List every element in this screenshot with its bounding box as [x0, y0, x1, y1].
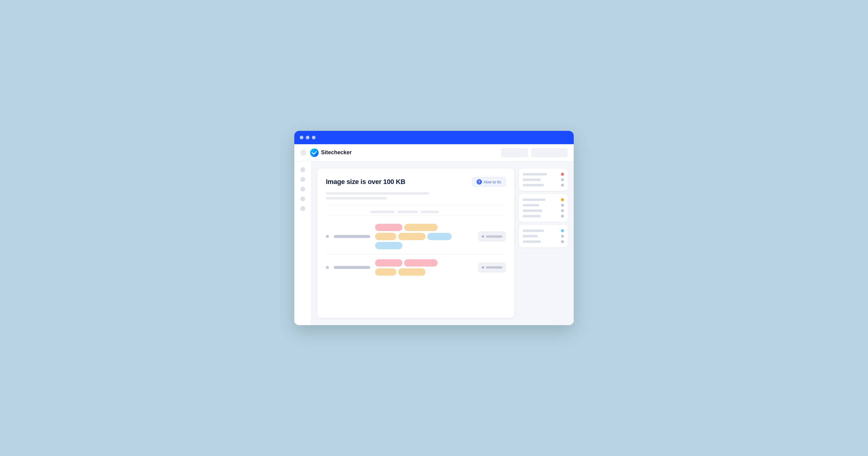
right-dot-gray-1: [561, 178, 564, 181]
right-dot-blue: [561, 229, 564, 232]
sidebar-dot-4: [300, 196, 305, 201]
sidebar-dot-5: [300, 206, 305, 211]
action-btn-dot-2: [482, 266, 484, 269]
traffic-light-2: [306, 136, 309, 139]
panel-title: Image size is over 100 KB: [326, 178, 405, 186]
browser-titlebar: [294, 131, 574, 144]
tag-pink-3: [404, 259, 438, 266]
right-row-3-2: [523, 235, 564, 238]
right-dot-orange: [561, 198, 564, 201]
tag-blue-1: [427, 233, 452, 240]
action-btn-line-1: [486, 235, 502, 238]
row-label-2: [334, 266, 370, 269]
tag-pink-2: [375, 259, 402, 266]
sidebar-dot-2: [300, 177, 305, 182]
right-section-2: [519, 194, 568, 222]
tag-orange-4: [375, 268, 396, 276]
tag-orange-3: [398, 233, 426, 240]
right-row-3-1: [523, 229, 564, 232]
table-row-2: [326, 254, 506, 281]
tags-group-1: [375, 224, 473, 249]
right-line-1-2: [523, 178, 541, 181]
right-line-2-2: [523, 204, 539, 206]
tags-group-2: [375, 259, 473, 276]
traffic-light-3: [312, 136, 315, 139]
right-row-1-1: [523, 173, 564, 176]
row-action-btn-1[interactable]: [478, 232, 506, 241]
right-dot-gray-7: [561, 240, 564, 243]
divider-1: [326, 205, 506, 205]
right-dot-gray-6: [561, 235, 564, 238]
right-row-3-3: [523, 240, 564, 243]
nav-circle: [300, 150, 306, 156]
browser-window: Sitechecker Image size is over 100 KB: [294, 131, 574, 325]
tag-orange-5: [398, 268, 426, 276]
toolbar-buttons: [501, 148, 568, 157]
right-row-2-3: [523, 209, 564, 212]
right-dot-gray-2: [561, 184, 564, 187]
row-action-btn-2[interactable]: [478, 263, 506, 272]
tag-orange-2: [375, 233, 396, 240]
sitechecker-logo-icon: [310, 149, 318, 157]
right-dot-gray-5: [561, 215, 564, 218]
right-section-3: [519, 225, 568, 248]
right-line-2-3: [523, 209, 542, 212]
right-line-3-2: [523, 235, 538, 237]
row-dot-2: [326, 266, 329, 269]
right-line-1-3: [523, 184, 544, 186]
right-line-1-1: [523, 173, 547, 175]
right-row-1-2: [523, 178, 564, 181]
how-to-fix-label: How to fix: [484, 180, 501, 184]
main-content: Image size is over 100 KB ? How to fix: [311, 161, 574, 325]
logo-text: Sitechecker: [321, 150, 352, 156]
right-row-1-3: [523, 184, 564, 187]
right-dot-red: [561, 173, 564, 176]
desc-line-1: [326, 192, 429, 195]
tag-orange-1: [404, 224, 438, 231]
right-line-3-3: [523, 240, 541, 243]
right-row-2-2: [523, 204, 564, 207]
action-btn-line-2: [486, 266, 502, 269]
help-icon: ?: [476, 179, 482, 185]
sidebar-dot-3: [300, 187, 305, 192]
content-panel: Image size is over 100 KB ? How to fix: [317, 168, 514, 318]
right-section-1: [519, 168, 568, 191]
panel-header: Image size is over 100 KB ? How to fix: [326, 177, 506, 187]
desc-line-2: [326, 197, 386, 199]
toolbar-button-2[interactable]: [531, 148, 568, 157]
action-btn-dot-1: [482, 235, 484, 238]
right-line-2-4: [523, 215, 541, 217]
row-label-1: [334, 235, 370, 238]
svg-point-0: [310, 149, 318, 157]
traffic-light-1: [300, 136, 303, 139]
table-row-1: [326, 219, 506, 254]
right-dot-gray-4: [561, 209, 564, 212]
tag-blue-2: [375, 242, 402, 249]
right-line-2-1: [523, 199, 546, 201]
right-row-2-1: [523, 198, 564, 201]
browser-body: Image size is over 100 KB ? How to fix: [294, 161, 574, 325]
right-row-2-4: [523, 215, 564, 218]
left-sidebar: [294, 161, 311, 325]
how-to-fix-button[interactable]: ? How to fix: [472, 177, 506, 187]
right-line-3-1: [523, 230, 544, 232]
logo-area: Sitechecker: [310, 149, 497, 157]
sidebar-dot-1: [300, 167, 305, 172]
toolbar-button-1[interactable]: [501, 148, 528, 157]
tag-pink-1: [375, 224, 402, 231]
right-dot-gray-3: [561, 204, 564, 207]
row-dot-1: [326, 235, 329, 238]
browser-toolbar: Sitechecker: [294, 144, 574, 161]
right-panel: [519, 168, 568, 318]
